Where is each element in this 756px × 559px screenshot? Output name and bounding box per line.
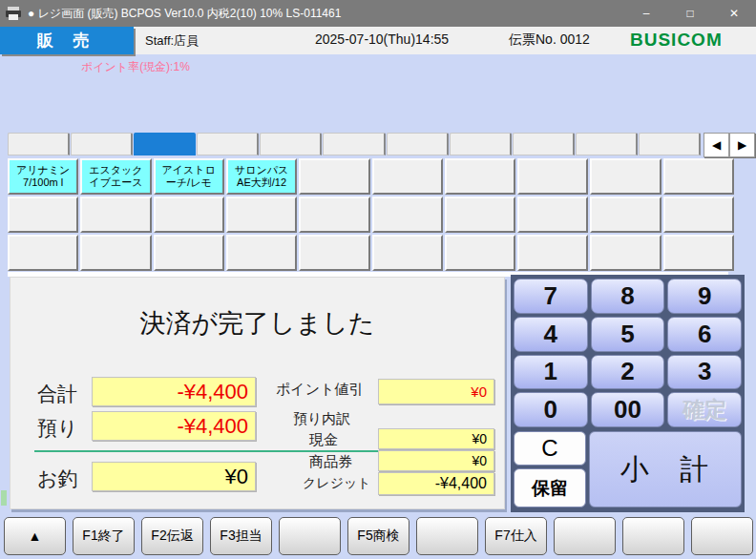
page-tab-6[interactable] (323, 133, 385, 155)
page-tab-8[interactable] (450, 133, 512, 155)
function-button-F1終了[interactable]: F1終了 (73, 517, 135, 555)
voucher-label: 商品券 (309, 453, 352, 471)
page-tab-9[interactable] (513, 133, 575, 155)
function-button-empty-8[interactable] (554, 517, 616, 555)
page-tab-2[interactable] (71, 133, 133, 155)
subtotal-button[interactable]: 小 計 (589, 431, 742, 507)
deposit-field: -¥4,400 (92, 411, 256, 441)
page-tab-4[interactable] (197, 133, 259, 155)
page-tab-10[interactable] (576, 133, 638, 155)
breakdown-label: 預り内訳 (293, 410, 350, 428)
printer-icon (5, 6, 22, 21)
product-cell-r3-c7[interactable] (445, 235, 515, 271)
change-label: お釣 (37, 466, 78, 492)
product-cell-r2-c8[interactable] (517, 197, 588, 233)
minimize-button[interactable]: – (624, 0, 668, 27)
function-button-F7仕入[interactable]: F7仕入 (485, 517, 547, 555)
maximize-button[interactable]: □ (668, 0, 712, 27)
keypad-digits: 789456123000確定 (514, 279, 742, 427)
product-cell-r3-c3[interactable] (154, 235, 224, 271)
function-button-empty-9[interactable] (622, 517, 684, 555)
product-cell-r1-c7[interactable] (445, 158, 515, 195)
left-triangle-icon: ◀ (712, 138, 721, 152)
key-5[interactable]: 5 (591, 317, 665, 352)
function-bar: ▲F1終了F2伝返F3担当F5商検F7仕入 (4, 517, 753, 553)
function-button-empty-10[interactable] (691, 517, 753, 555)
product-cell-r3-c10[interactable] (663, 235, 734, 271)
product-cell-r1-c8[interactable] (517, 158, 588, 195)
keypad-panel: 789456123000確定 C 小 計 保留 (511, 275, 745, 512)
window-titlebar: ● レジ画面 (販売) BCPOS Ver10.0 内税2(10) 10% LS… (0, 0, 756, 27)
product-cell-r1-c1[interactable]: アリナミン7/100m l (8, 158, 78, 195)
busicom-logo: BUSICOM (630, 30, 723, 51)
key-0[interactable]: 0 (514, 392, 588, 427)
product-cell-r1-c5[interactable] (299, 158, 369, 195)
datetime-label: 2025-07-10(Thu)14:55 (315, 31, 449, 47)
product-cell-r2-c2[interactable] (80, 197, 151, 233)
product-name-line1: アリナミン (16, 164, 70, 176)
product-name-line1: エスタック (89, 164, 142, 176)
voucher-field: ¥0 (378, 450, 494, 471)
hold-button[interactable]: 保留 (514, 468, 586, 507)
tab-scroll-left-button[interactable]: ◀ (704, 133, 729, 157)
key-00[interactable]: 00 (591, 392, 665, 427)
mode-badge: 販 売 (0, 27, 134, 54)
product-name-line2: AE大判/12 (237, 176, 286, 189)
product-cell-r3-c4[interactable] (226, 235, 297, 271)
slip-number-label: 伝票No. 0012 (509, 31, 590, 49)
tab-scroll-right-button[interactable]: ▶ (729, 133, 755, 157)
credit-field: -¥4,400 (378, 472, 494, 495)
page-tab-1[interactable] (8, 133, 70, 155)
product-name-line2: 7/100m l (23, 176, 63, 189)
product-cell-r2-c5[interactable] (299, 197, 369, 233)
key-2[interactable]: 2 (591, 355, 665, 390)
product-cell-r1-c6[interactable] (372, 158, 443, 195)
key-1[interactable]: 1 (514, 355, 588, 390)
function-button-empty-6[interactable] (416, 517, 478, 555)
product-cell-r2-c10[interactable] (663, 197, 734, 233)
clear-button[interactable]: C (514, 431, 586, 466)
key-6[interactable]: 6 (667, 317, 742, 352)
page-tab-7[interactable] (387, 133, 449, 155)
close-button[interactable]: ✕ (712, 0, 756, 27)
pos-window: ● レジ画面 (販売) BCPOS Ver10.0 内税2(10) 10% LS… (0, 0, 756, 559)
key-3[interactable]: 3 (667, 355, 742, 390)
up-arrow-button[interactable]: ▲ (4, 517, 66, 555)
product-cell-r3-c9[interactable] (590, 235, 661, 271)
key-4[interactable]: 4 (514, 317, 588, 352)
function-button-F3担当[interactable]: F3担当 (210, 517, 272, 555)
function-button-F2伝返[interactable]: F2伝返 (141, 517, 203, 555)
product-cell-r3-c5[interactable] (299, 235, 369, 271)
product-cell-r3-c2[interactable] (80, 235, 151, 271)
product-cell-r1-c3[interactable]: アイストローチ/レモ (154, 158, 224, 195)
product-cell-r1-c9[interactable] (590, 158, 661, 195)
product-cell-r1-c10[interactable] (663, 158, 734, 195)
key-7[interactable]: 7 (514, 279, 588, 314)
product-cell-r2-c1[interactable] (8, 197, 78, 233)
page-tab-11[interactable] (639, 133, 701, 155)
product-cell-r1-c2[interactable]: エスタックイブエース (80, 158, 151, 195)
page-tab-5[interactable] (260, 133, 322, 155)
key-confirm[interactable]: 確定 (667, 392, 742, 427)
product-cell-r3-c8[interactable] (517, 235, 588, 271)
point-discount-field: ¥0 (378, 379, 494, 404)
right-triangle-icon: ▶ (738, 138, 746, 152)
product-cell-r2-c3[interactable] (154, 197, 224, 233)
key-8[interactable]: 8 (591, 279, 665, 314)
page-tab-3[interactable] (134, 133, 196, 155)
change-field: ¥0 (92, 462, 256, 491)
total-field: -¥4,400 (92, 377, 256, 406)
keypad-bottom: C 小 計 保留 (514, 431, 742, 507)
credit-label: クレジット (303, 475, 371, 492)
product-cell-r2-c4[interactable] (226, 197, 297, 233)
product-cell-r2-c9[interactable] (590, 197, 661, 233)
product-cell-r3-c1[interactable] (8, 235, 78, 271)
point-rate-label: ポイント率(現金):1% (81, 59, 190, 75)
product-cell-r3-c6[interactable] (372, 235, 443, 271)
product-cell-r1-c4[interactable]: サロンパスAE大判/12 (226, 158, 297, 195)
key-9[interactable]: 9 (667, 279, 742, 314)
function-button-empty-4[interactable] (279, 517, 341, 555)
function-button-F5商検[interactable]: F5商検 (347, 517, 410, 555)
product-cell-r2-c7[interactable] (445, 197, 515, 233)
product-cell-r2-c6[interactable] (372, 197, 443, 233)
